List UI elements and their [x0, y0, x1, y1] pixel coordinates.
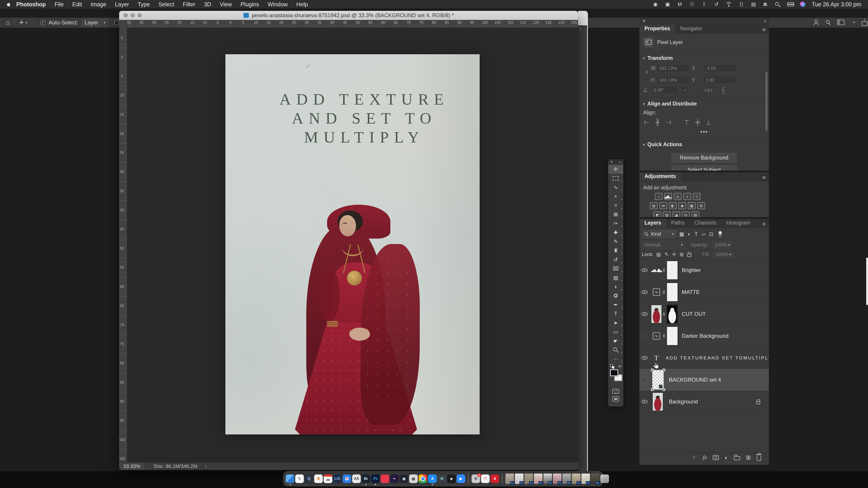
- foreground-color-swatch[interactable]: [610, 369, 618, 376]
- panel-menu-icon[interactable]: ≡: [763, 27, 766, 33]
- layer-name[interactable]: MATTE: [682, 289, 700, 295]
- statusicon-malwarebytes[interactable]: M: [677, 1, 682, 7]
- align-right[interactable]: ⊣: [666, 119, 671, 126]
- dock-calendar[interactable]: 26: [324, 475, 332, 483]
- layer-thumbnail[interactable]: [653, 393, 663, 411]
- menu-image[interactable]: Image: [86, 1, 111, 8]
- tool-healing-brush[interactable]: ✚: [608, 228, 623, 237]
- dock-chrome[interactable]: [418, 475, 427, 483]
- tool-dodge[interactable]: ✪: [608, 291, 623, 300]
- menu-window[interactable]: Window: [264, 1, 292, 8]
- statusicon-input-source[interactable]: ▤: [751, 1, 756, 7]
- filter-adjustment-layers[interactable]: ◐: [688, 231, 691, 237]
- statusicon-code[interactable]: ⟨⟩: [739, 1, 744, 7]
- align-center-h[interactable]: ╫: [655, 119, 660, 126]
- adj-curves[interactable]: ◵: [674, 193, 682, 200]
- dock-acrobat[interactable]: A: [491, 475, 499, 483]
- tab-channels[interactable]: Channels: [689, 219, 721, 228]
- chevron-down-icon[interactable]: ▾: [26, 21, 27, 25]
- home-icon[interactable]: ⌂: [6, 19, 10, 26]
- dock-trash[interactable]: [600, 475, 609, 483]
- dock-affinity-designer[interactable]: ✒: [390, 475, 399, 483]
- lock-transparency[interactable]: ▨: [656, 252, 661, 257]
- menu-plugins[interactable]: Plugins: [236, 1, 264, 8]
- more-align-options-icon[interactable]: •••: [643, 127, 765, 136]
- statusicon-siri[interactable]: [800, 2, 805, 7]
- tool-hand[interactable]: ☛: [608, 336, 623, 346]
- layer-name[interactable]: BACKGROUND set 4: [669, 377, 721, 383]
- new-group-icon[interactable]: [734, 456, 740, 460]
- quick-mask-icon[interactable]: [612, 389, 619, 394]
- menu-select[interactable]: Select: [154, 1, 178, 8]
- tool-eraser[interactable]: ⌧: [608, 264, 623, 273]
- layer-row-background[interactable]: Background: [640, 391, 769, 413]
- dock-psd-doc-6[interactable]: Ps: [553, 474, 561, 484]
- tool-zoom[interactable]: [608, 346, 623, 355]
- auto-select-target-dropdown[interactable]: Layer▾: [82, 19, 108, 26]
- y-field[interactable]: 1.82: [703, 76, 736, 84]
- delete-layer-icon[interactable]: [757, 456, 761, 461]
- layer-thumbnail[interactable]: [651, 305, 662, 323]
- zoom-level[interactable]: 33.33%: [119, 463, 145, 470]
- adj-hue-saturation[interactable]: ▤: [650, 202, 657, 209]
- dock-textedit[interactable]: ✎: [295, 475, 304, 483]
- dock-camera-app[interactable]: ◉: [400, 475, 408, 483]
- align-top[interactable]: ⊤: [684, 119, 689, 126]
- tool-type[interactable]: T: [608, 309, 623, 318]
- layer-row-cut-out[interactable]: ∞ CUT OUT: [640, 303, 769, 325]
- adj-color-balance[interactable]: ⋈: [659, 202, 667, 209]
- statusicon-accessibility[interactable]: ☉: [689, 1, 694, 7]
- menu-edit[interactable]: Edit: [68, 1, 86, 8]
- dock-finder[interactable]: [286, 475, 294, 483]
- lock-image[interactable]: ✎: [664, 252, 669, 257]
- dock-sep-1[interactable]: [468, 474, 469, 484]
- visibility-eye-icon[interactable]: [642, 268, 648, 272]
- dock-psd-doc-7[interactable]: Ps: [562, 474, 571, 484]
- tab-properties[interactable]: Properties: [640, 24, 675, 33]
- angle-dropdown[interactable]: ▾: [682, 86, 688, 94]
- dock-lightroom-classic[interactable]: LrC: [333, 475, 342, 483]
- visibility-toggle-empty[interactable]: [642, 377, 647, 383]
- tab-paths[interactable]: Paths: [666, 219, 689, 228]
- dock-psd-doc-2[interactable]: Ps: [515, 474, 524, 484]
- tool-pen[interactable]: ✒: [608, 300, 623, 309]
- layer-name[interactable]: Darker Background: [682, 333, 728, 339]
- adj-selective-color[interactable]: ⊟: [682, 212, 690, 217]
- dock-psd-doc-5[interactable]: Ps: [544, 474, 552, 484]
- fill-field[interactable]: 100%▾: [713, 251, 734, 258]
- dock-media-converter[interactable]: ✇: [438, 475, 446, 483]
- menu-3d[interactable]: 3D: [199, 1, 215, 8]
- layer-effects-icon[interactable]: fx: [703, 454, 707, 461]
- adj-color-lookup[interactable]: ⊞: [698, 202, 705, 209]
- layer-row-matte[interactable]: ∿ ∞ MATTE: [640, 281, 769, 303]
- dock-sep-2[interactable]: [502, 474, 502, 484]
- panel-menu-icon[interactable]: ≡: [763, 221, 766, 227]
- statusicon-sidecar[interactable]: ▣: [665, 1, 670, 7]
- tool-crop[interactable]: ⌗: [608, 201, 623, 210]
- auto-select-checkbox[interactable]: [40, 20, 45, 25]
- dock-quicktime[interactable]: Q: [305, 475, 313, 483]
- new-adjustment-layer-icon[interactable]: ◐: [725, 454, 728, 461]
- layer-filter-dropdown[interactable]: Kind ▾: [642, 230, 676, 238]
- adj-vibrance[interactable]: ▽: [693, 193, 701, 200]
- search-icon[interactable]: [826, 20, 831, 25]
- tool-edit-toolbar[interactable]: ⋯: [608, 355, 623, 363]
- align-center-v[interactable]: ╪: [695, 119, 700, 126]
- tool-frame[interactable]: ⊠: [608, 210, 623, 219]
- menu-filter[interactable]: Filter: [179, 1, 200, 8]
- adj-threshold[interactable]: ◪: [673, 212, 680, 217]
- dock-safari[interactable]: ✦: [343, 475, 351, 483]
- share-icon[interactable]: [862, 21, 868, 26]
- layer-row-brighter[interactable]: ▃▆▂▇▄ ∞ Brighter: [640, 259, 769, 281]
- visibility-eye-icon[interactable]: [642, 400, 648, 403]
- properties-scrollbar[interactable]: [765, 72, 768, 131]
- layer-name[interactable]: CUT OUT: [682, 311, 706, 317]
- layer-mask-thumbnail[interactable]: [667, 327, 678, 345]
- dock-inkscape[interactable]: ◆: [447, 475, 456, 483]
- statusicon-wifi[interactable]: [726, 2, 732, 6]
- adj-posterize[interactable]: ▨: [663, 212, 671, 217]
- remove-background-button[interactable]: Remove Background: [672, 153, 737, 162]
- layer-row-darker-background[interactable]: ∿ ∞ Darker Background: [640, 325, 769, 347]
- menu-view[interactable]: View: [215, 1, 236, 8]
- menu-layer[interactable]: Layer: [111, 1, 133, 8]
